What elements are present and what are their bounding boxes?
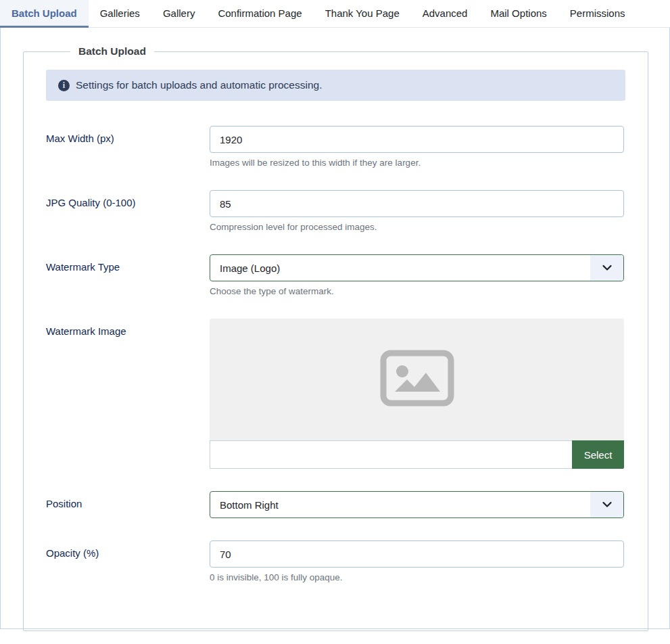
opacity-input[interactable]: [210, 540, 624, 568]
tab-permissions[interactable]: Permissions: [558, 0, 637, 28]
watermark-type-select[interactable]: Image (Logo): [210, 254, 624, 281]
tab-batch-upload[interactable]: Batch Upload: [0, 0, 89, 28]
media-input-row: Select: [210, 440, 624, 469]
image-placeholder-icon: [380, 350, 454, 409]
opacity-hint: 0 is invisible, 100 is fully opaque.: [210, 572, 624, 582]
opacity-label: Opacity (%): [46, 540, 210, 582]
max-width-input[interactable]: [210, 126, 624, 153]
media-select-button[interactable]: Select: [572, 440, 624, 469]
content-card: Batch Upload i Settings for batch upload…: [0, 28, 670, 629]
media-preview-area: [210, 319, 624, 440]
position-control: Bottom Right: [210, 491, 624, 518]
watermark-type-selected-value: Image (Logo): [210, 255, 590, 281]
jpg-quality-input[interactable]: [210, 190, 624, 217]
watermark-type-hint: Choose the type of watermark.: [210, 286, 624, 296]
batch-upload-fieldset: Batch Upload i Settings for batch upload…: [23, 45, 648, 631]
tab-confirmation-page[interactable]: Confirmation Page: [206, 0, 313, 28]
chevron-down-icon: [590, 255, 623, 281]
jpg-quality-hint: Compression level for processed images.: [210, 222, 624, 232]
fieldset-legend: Batch Upload: [70, 45, 154, 58]
watermark-type-control: Image (Logo) Choose the type of watermar…: [210, 254, 624, 296]
watermark-image-path-input[interactable]: [210, 440, 572, 469]
position-select[interactable]: Bottom Right: [210, 491, 624, 518]
watermark-type-label: Watermark Type: [46, 254, 210, 296]
jpg-quality-label: JPG Quality (0-100): [46, 190, 210, 232]
info-icon: i: [58, 80, 70, 91]
jpg-quality-control: Compression level for processed images.: [210, 190, 624, 232]
tab-galleries[interactable]: Galleries: [89, 0, 151, 28]
watermark-image-label: Watermark Image: [46, 319, 210, 469]
position-label: Position: [46, 491, 210, 518]
position-selected-value: Bottom Right: [210, 492, 590, 518]
opacity-control: 0 is invisible, 100 is fully opaque.: [210, 540, 624, 582]
tab-bar: Batch Upload Galleries Gallery Confirmat…: [0, 0, 670, 28]
field-row-jpg-quality: JPG Quality (0-100) Compression level fo…: [46, 190, 625, 232]
field-row-watermark-type: Watermark Type Image (Logo) Choose the t…: [46, 254, 625, 296]
watermark-image-control: Select: [210, 319, 624, 469]
max-width-label: Max Width (px): [46, 126, 210, 168]
field-row-opacity: Opacity (%) 0 is invisible, 100 is fully…: [46, 540, 625, 582]
tab-thank-you-page[interactable]: Thank You Page: [314, 0, 411, 28]
tab-advanced[interactable]: Advanced: [411, 0, 479, 28]
max-width-control: Images will be resized to this width if …: [210, 126, 624, 168]
info-alert: i Settings for batch uploads and automat…: [46, 70, 625, 101]
tab-gallery[interactable]: Gallery: [151, 0, 207, 28]
max-width-hint: Images will be resized to this width if …: [210, 158, 624, 168]
field-row-watermark-image: Watermark Image Select: [46, 319, 625, 469]
chevron-down-icon: [590, 492, 623, 518]
field-row-max-width: Max Width (px) Images will be resized to…: [46, 126, 625, 168]
tab-mail-options[interactable]: Mail Options: [479, 0, 558, 28]
field-row-position: Position Bottom Right: [46, 491, 625, 518]
alert-text: Settings for batch uploads and automatic…: [76, 79, 322, 91]
